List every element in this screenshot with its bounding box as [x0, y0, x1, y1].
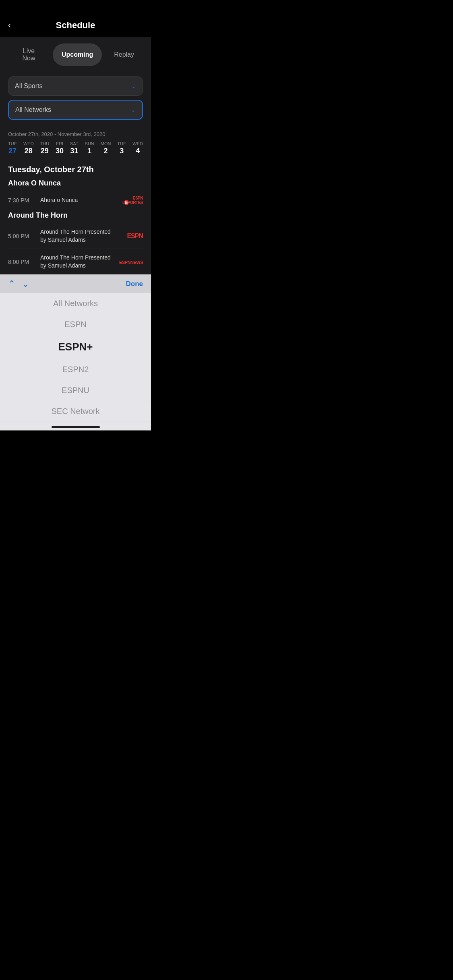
date-day-num: 30	[56, 147, 64, 155]
date-day-name: WED	[23, 141, 34, 146]
date-day-num: 4	[136, 147, 140, 155]
network-logo-espnnews: ESPNNEWS	[111, 258, 143, 266]
date-day-name: TUE	[117, 141, 126, 146]
date-item-mon-2[interactable]: MON 2	[101, 141, 111, 155]
day-heading: Tuesday, October 27th	[8, 160, 143, 177]
date-item-thu-29[interactable]: THU 29	[40, 141, 50, 155]
date-day-num: 31	[70, 147, 78, 155]
date-item-sun-1[interactable]: SUN 1	[85, 141, 94, 155]
date-day-name: THU	[40, 141, 50, 146]
header: ‹ Schedule	[0, 0, 151, 37]
network-logo-espn: ESPN	[111, 233, 143, 240]
sports-filter-label: All Sports	[15, 82, 42, 90]
picker-toolbar: ⌃ ⌄ Done	[0, 274, 151, 293]
page-title: Schedule	[8, 20, 143, 31]
date-day-name: MON	[101, 141, 111, 146]
sports-chevron-icon: ⌄	[131, 83, 136, 89]
filters-container: All Sports ⌄ All Networks ⌄	[0, 72, 151, 126]
date-day-name: SAT	[70, 141, 79, 146]
date-day-name: SUN	[85, 141, 94, 146]
list-item[interactable]: ESPN	[0, 314, 151, 335]
show-heading-horn: Around The Horn	[8, 210, 143, 223]
picker-down-button[interactable]: ⌄	[22, 280, 29, 288]
date-day-name: FRI	[56, 141, 63, 146]
table-row[interactable]: 8:00 PM Around The Horn Presented by Sam…	[8, 249, 143, 274]
sports-filter[interactable]: All Sports ⌄	[8, 76, 143, 96]
date-item-fri-30[interactable]: FRI 30	[56, 141, 64, 155]
show-heading-ahora: Ahora O Nunca	[8, 177, 143, 191]
back-button[interactable]: ‹	[8, 20, 11, 31]
list-item[interactable]: SEC Network	[0, 401, 151, 422]
list-item[interactable]: ESPN2	[0, 359, 151, 380]
tabs-container: Live Now Upcoming Replay	[0, 37, 151, 72]
network-logo-deportes: ESPN DEPORTES	[111, 196, 143, 205]
picker-list: All Networks ESPN ESPN+ ESPN2 ESPNU SEC …	[0, 293, 151, 422]
date-range: October 27th, 2020 - November 3rd, 2020	[8, 131, 143, 137]
networks-filter-label: All Networks	[15, 106, 51, 113]
home-indicator-area	[0, 422, 151, 430]
schedule-content: Tuesday, October 27th Ahora O Nunca 7:30…	[0, 160, 151, 274]
show-title: Ahora o Nunca	[40, 196, 111, 204]
date-day-name: WED	[132, 141, 143, 146]
table-row[interactable]: 5:00 PM Around The Horn Presented by Sam…	[8, 223, 143, 249]
show-time: 7:30 PM	[8, 197, 40, 204]
schedule-section: October 27th, 2020 - November 3rd, 2020 …	[0, 126, 151, 160]
date-day-num: 29	[41, 147, 49, 155]
picker-up-button[interactable]: ⌃	[8, 280, 15, 288]
date-day-num: 28	[25, 147, 33, 155]
networks-filter[interactable]: All Networks ⌄	[8, 100, 143, 120]
date-item-wed-28[interactable]: WED 28	[23, 141, 34, 155]
show-title: Around The Horn Presented by Samuel Adam…	[40, 228, 111, 244]
picker-done-button[interactable]: Done	[126, 280, 143, 288]
date-item-tue-3[interactable]: TUE 3	[117, 141, 126, 155]
tab-replay[interactable]: Replay	[105, 43, 143, 66]
date-strip: TUE 27 WED 28 THU 29 FRI 30 SAT 31 SUN 1…	[8, 141, 143, 160]
home-indicator-bar	[52, 426, 100, 428]
date-day-num: 1	[87, 147, 91, 155]
tab-live-now[interactable]: Live Now	[8, 43, 50, 66]
show-time: 5:00 PM	[8, 233, 40, 239]
list-item[interactable]: ESPNU	[0, 380, 151, 401]
picker-nav: ⌃ ⌄	[8, 280, 29, 288]
show-time: 8:00 PM	[8, 259, 40, 265]
date-day-name: TUE	[8, 141, 17, 146]
tab-upcoming[interactable]: Upcoming	[53, 43, 102, 66]
table-row[interactable]: 7:30 PM Ahora o Nunca ESPN DEPORTES	[8, 191, 143, 210]
date-item-sat-31[interactable]: SAT 31	[70, 141, 79, 155]
date-day-num: 2	[104, 147, 108, 155]
date-item-tue-27[interactable]: TUE 27	[8, 141, 17, 155]
date-day-num: 3	[120, 147, 124, 155]
show-title: Around The Horn Presented by Samuel Adam…	[40, 254, 111, 270]
list-item-selected[interactable]: ESPN+	[0, 335, 151, 359]
date-item-wed-4[interactable]: WED 4	[132, 141, 143, 155]
list-item[interactable]: All Networks	[0, 293, 151, 314]
networks-chevron-icon: ⌄	[131, 107, 136, 113]
date-day-num: 27	[8, 147, 17, 155]
